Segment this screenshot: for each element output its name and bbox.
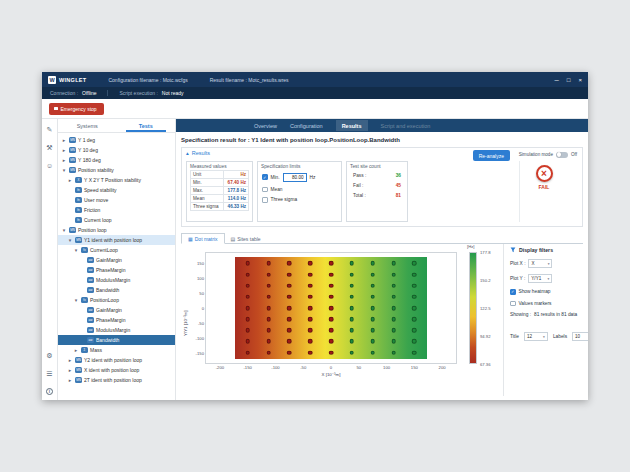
site-dot-fail[interactable] — [287, 328, 292, 333]
site-dot-fail[interactable] — [308, 339, 313, 344]
site-dot-fail[interactable] — [266, 350, 271, 355]
expand-expander-icon[interactable]: ▸ — [67, 367, 73, 373]
site-dot-pass[interactable] — [350, 339, 355, 344]
site-dot-fail[interactable] — [266, 272, 271, 277]
site-dot-fail[interactable] — [266, 295, 271, 300]
reanalyze-button[interactable]: Re-analyze — [473, 150, 510, 161]
expand-expander-icon[interactable]: ▸ — [67, 177, 73, 183]
expand-expander-icon[interactable]: ▸ — [61, 157, 67, 163]
tab-dot-matrix[interactable]: ▦ Dot matrix — [181, 233, 225, 244]
tree-item[interactable]: fnUser move — [58, 195, 175, 205]
site-dot-pass[interactable] — [350, 272, 355, 277]
labels-size-select[interactable]: 10 ▾ — [572, 332, 588, 341]
maximize-icon[interactable]: □ — [567, 77, 571, 83]
expand-expander-icon[interactable]: ▸ — [61, 137, 67, 143]
site-dot-pass[interactable] — [412, 261, 417, 266]
site-dot-fail[interactable] — [245, 339, 250, 344]
site-dot-fail[interactable] — [245, 261, 250, 266]
site-dot-fail[interactable] — [329, 350, 334, 355]
site-dot-pass[interactable] — [391, 295, 396, 300]
tree-item[interactable]: awBandwidth — [58, 285, 175, 295]
minimize-icon[interactable]: ─ — [555, 77, 559, 83]
collapse-expander-icon[interactable]: ▾ — [67, 237, 73, 243]
tree-item[interactable]: ▸MNY 1 deg — [58, 135, 175, 145]
values-markers-checkbox[interactable] — [510, 301, 516, 307]
close-icon[interactable]: × — [578, 77, 582, 83]
site-dot-pass[interactable] — [370, 272, 375, 277]
expand-expander-icon[interactable]: ▸ — [73, 347, 79, 353]
settings-icon[interactable]: ⚙ — [46, 352, 52, 359]
site-dot-pass[interactable] — [391, 306, 396, 311]
tree-item[interactable]: ▸ΣMass — [58, 345, 175, 355]
collapse-expander-icon[interactable]: ▾ — [61, 167, 67, 173]
tree-item[interactable]: ▸MNY 180 deg — [58, 155, 175, 165]
site-dot-fail[interactable] — [287, 317, 292, 322]
tab-script-and-execution[interactable]: Script and execution — [381, 123, 431, 129]
edit-icon[interactable]: ✎ — [47, 126, 53, 133]
site-dot-fail[interactable] — [329, 339, 334, 344]
expand-expander-icon[interactable]: ▸ — [61, 147, 67, 153]
tree-item[interactable]: awModulusMargin — [58, 325, 175, 335]
site-dot-fail[interactable] — [245, 295, 250, 300]
site-dot-fail[interactable] — [266, 306, 271, 311]
site-dot-pass[interactable] — [370, 339, 375, 344]
tree-item[interactable]: ▸XY X 2Y T Position stability — [58, 175, 175, 185]
tree-item[interactable]: ▸MNY 10 deg — [58, 145, 175, 155]
site-dot-fail[interactable] — [245, 306, 250, 311]
site-dot-pass[interactable] — [350, 306, 355, 311]
site-dot-pass[interactable] — [370, 261, 375, 266]
site-dot-fail[interactable] — [266, 283, 271, 288]
site-dot-pass[interactable] — [370, 306, 375, 311]
site-dot-fail[interactable] — [287, 283, 292, 288]
expand-expander-icon[interactable]: ▸ — [67, 357, 73, 363]
plot-area[interactable]: -200-150-100-50050100150200-150-100-5005… — [205, 252, 457, 364]
simulation-mode-toggle[interactable] — [556, 152, 568, 158]
site-dot-pass[interactable] — [370, 350, 375, 355]
site-dot-pass[interactable] — [370, 317, 375, 322]
spec-limit-checkbox[interactable]: ✓ — [262, 174, 268, 180]
results-section-header[interactable]: ▴ Results — [186, 150, 210, 156]
tree-item[interactable]: ▾MNPosition stability — [58, 165, 175, 175]
tree-item[interactable]: ▸MN2T ident with position loop — [58, 375, 175, 385]
title-size-select[interactable]: 12 ▾ — [524, 332, 548, 341]
site-dot-fail[interactable] — [287, 350, 292, 355]
site-dot-fail[interactable] — [308, 306, 313, 311]
site-dot-fail[interactable] — [329, 261, 334, 266]
site-dot-pass[interactable] — [370, 283, 375, 288]
site-dot-pass[interactable] — [370, 328, 375, 333]
collapse-expander-icon[interactable]: ▾ — [73, 297, 79, 303]
spec-limit-input[interactable]: 80.00 — [283, 173, 307, 182]
plot-x-select[interactable]: X ▾ — [528, 259, 552, 268]
site-dot-pass[interactable] — [370, 295, 375, 300]
expand-expander-icon[interactable]: ▸ — [67, 377, 73, 383]
site-dot-fail[interactable] — [266, 339, 271, 344]
tree-item[interactable]: ▸MNX ident with position loop — [58, 365, 175, 375]
site-dot-fail[interactable] — [245, 328, 250, 333]
site-dot-fail[interactable] — [245, 272, 250, 277]
menu-icon[interactable]: ☰ — [46, 370, 52, 377]
user-icon[interactable]: ☺ — [46, 162, 53, 169]
site-dot-pass[interactable] — [412, 295, 417, 300]
tree-item[interactable]: ▾fxPositionLoop — [58, 295, 175, 305]
titlebar[interactable]: W WINGLET Configuration filename : Motc.… — [42, 72, 588, 87]
emergency-stop-button[interactable]: Emergency stop — [49, 103, 104, 115]
collapse-expander-icon[interactable]: ▾ — [73, 247, 79, 253]
site-dot-fail[interactable] — [329, 306, 334, 311]
tab-results[interactable]: Results — [336, 120, 368, 131]
tab-sites-table[interactable]: ▤ Sites table — [225, 233, 267, 244]
tree-item[interactable]: ▾MNY1 ident with position loop — [58, 235, 175, 245]
info-icon[interactable]: i — [46, 388, 53, 395]
tree-item[interactable]: awPhaseMargin — [58, 265, 175, 275]
site-dot-fail[interactable] — [329, 295, 334, 300]
site-dot-fail[interactable] — [287, 306, 292, 311]
site-dot-fail[interactable] — [308, 328, 313, 333]
site-dot-fail[interactable] — [308, 272, 313, 277]
site-dot-pass[interactable] — [350, 283, 355, 288]
site-dot-pass[interactable] — [412, 350, 417, 355]
tab-systems[interactable]: Systems — [58, 119, 117, 132]
site-dot-pass[interactable] — [412, 283, 417, 288]
site-dot-fail[interactable] — [245, 350, 250, 355]
tree-item[interactable]: fnFriction — [58, 205, 175, 215]
site-dot-fail[interactable] — [308, 261, 313, 266]
tree-item[interactable]: fnCurrent loop — [58, 215, 175, 225]
